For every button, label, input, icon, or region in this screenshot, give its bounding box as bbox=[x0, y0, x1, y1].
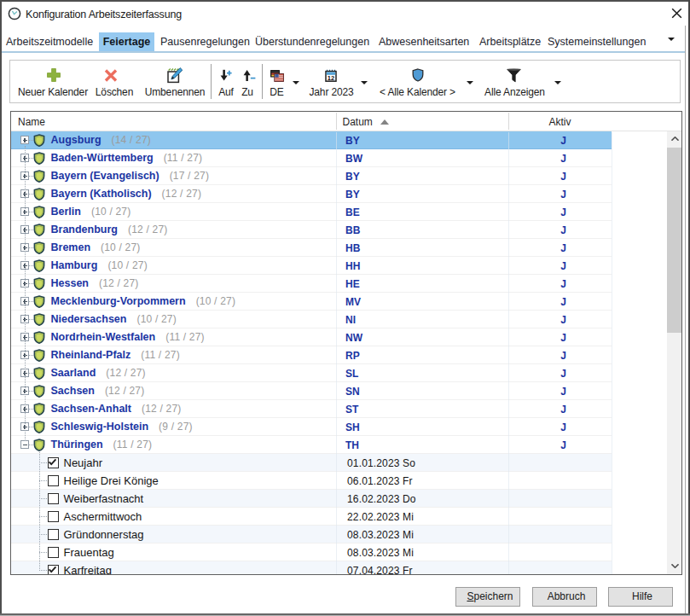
svg-text:12: 12 bbox=[328, 74, 334, 82]
